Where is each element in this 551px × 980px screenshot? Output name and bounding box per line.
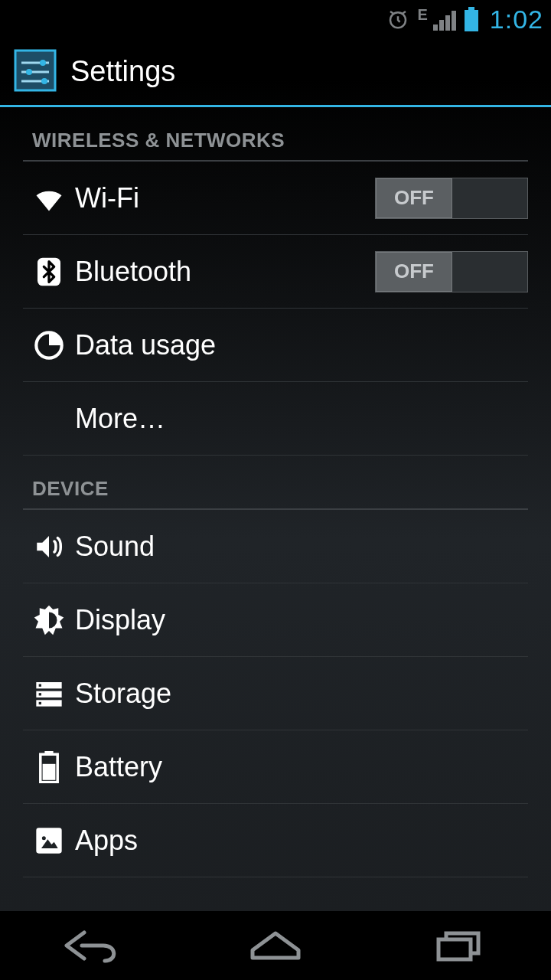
bluetooth-icon: [23, 256, 75, 287]
network-type-label: E: [417, 6, 427, 24]
svg-rect-21: [39, 693, 41, 695]
app-bar-title: Settings: [70, 55, 175, 88]
item-apps-label: Apps: [75, 825, 528, 857]
svg-rect-3: [445, 15, 450, 31]
section-header-personal: PERSONAL: [23, 877, 528, 903]
item-battery[interactable]: Battery: [23, 730, 528, 804]
status-clock: 1:02: [490, 5, 543, 34]
settings-app-icon: [14, 49, 57, 95]
alarm-icon: [386, 8, 409, 31]
svg-point-27: [42, 836, 46, 840]
item-data-usage-label: Data usage: [75, 329, 528, 361]
navigation-bar: [0, 911, 551, 980]
section-header-wireless: WIRELESS & NETWORKS: [23, 107, 528, 162]
nav-home-button[interactable]: [184, 911, 367, 980]
item-wifi[interactable]: Wi-Fi OFF: [23, 162, 528, 235]
wifi-toggle-state: OFF: [376, 178, 452, 218]
bluetooth-toggle[interactable]: OFF: [375, 251, 528, 292]
svg-rect-6: [465, 10, 478, 31]
svg-rect-2: [439, 20, 444, 31]
svg-rect-20: [39, 684, 41, 686]
svg-rect-28: [439, 939, 471, 959]
apps-icon: [23, 825, 75, 856]
nav-back-button[interactable]: [0, 911, 184, 980]
nav-recent-button[interactable]: [367, 911, 551, 980]
item-display-label: Display: [75, 604, 528, 636]
wifi-toggle[interactable]: OFF: [375, 178, 528, 219]
signal-icon: [433, 8, 459, 31]
item-sound[interactable]: Sound: [23, 510, 528, 583]
wifi-icon: [23, 181, 75, 215]
svg-point-9: [40, 60, 46, 66]
item-data-usage[interactable]: Data usage: [23, 309, 528, 382]
battery-icon: [464, 7, 479, 31]
settings-list[interactable]: WIRELESS & NETWORKS Wi-Fi OFF Bluetooth …: [0, 107, 551, 911]
bluetooth-toggle-state: OFF: [376, 252, 452, 292]
item-bluetooth-label: Bluetooth: [75, 256, 375, 288]
item-display[interactable]: Display: [23, 583, 528, 657]
item-storage[interactable]: Storage: [23, 657, 528, 730]
svg-rect-4: [452, 11, 456, 31]
section-header-device: DEVICE: [23, 456, 528, 510]
item-more-label: More…: [75, 403, 528, 435]
sound-icon: [23, 531, 75, 563]
storage-icon: [23, 678, 75, 709]
item-more[interactable]: More…: [23, 382, 528, 456]
svg-rect-22: [39, 701, 41, 704]
svg-rect-25: [43, 763, 56, 779]
battery-item-icon: [23, 751, 75, 783]
item-battery-label: Battery: [75, 751, 528, 783]
svg-rect-1: [433, 24, 438, 31]
svg-point-13: [41, 78, 47, 84]
item-apps[interactable]: Apps: [23, 804, 528, 877]
app-bar: Settings: [0, 38, 551, 107]
display-icon: [23, 604, 75, 636]
data-usage-icon: [23, 330, 75, 361]
item-sound-label: Sound: [75, 531, 528, 563]
item-bluetooth[interactable]: Bluetooth OFF: [23, 235, 528, 309]
status-bar: E 1:02: [0, 0, 551, 38]
item-storage-label: Storage: [75, 678, 528, 710]
svg-point-11: [26, 69, 32, 75]
item-wifi-label: Wi-Fi: [75, 182, 375, 214]
svg-rect-7: [15, 51, 55, 90]
svg-rect-26: [36, 828, 61, 853]
svg-rect-5: [468, 7, 474, 10]
